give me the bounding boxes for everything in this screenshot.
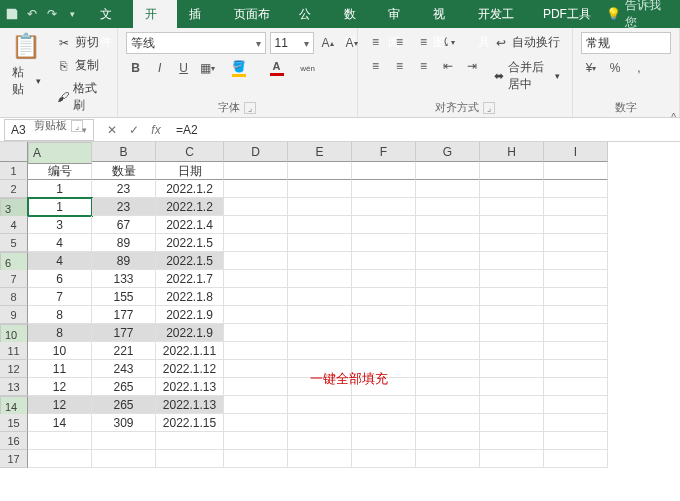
cell[interactable]: 2022.1.11 — [156, 342, 224, 360]
tab-插入[interactable]: 插入 — [177, 0, 222, 28]
row-header[interactable]: 2 — [0, 180, 28, 198]
cell[interactable]: 155 — [92, 288, 156, 306]
cell[interactable] — [416, 234, 480, 252]
cell[interactable] — [544, 216, 608, 234]
cell[interactable]: 133 — [92, 270, 156, 288]
cell[interactable] — [480, 234, 544, 252]
cell[interactable]: 2022.1.9 — [156, 306, 224, 324]
row-header[interactable]: 13 — [0, 378, 28, 396]
percent-button[interactable]: % — [605, 58, 625, 78]
font-name-select[interactable]: 等线▾ — [126, 32, 266, 54]
cell[interactable] — [416, 270, 480, 288]
cell[interactable]: 2022.1.9 — [156, 324, 224, 342]
cell[interactable] — [416, 324, 480, 342]
row-header[interactable]: 8 — [0, 288, 28, 306]
underline-button[interactable]: U — [174, 58, 194, 78]
cell[interactable]: 12 — [28, 378, 92, 396]
cell[interactable] — [480, 198, 544, 216]
cell[interactable]: 89 — [92, 234, 156, 252]
col-header-A[interactable]: A — [28, 142, 92, 164]
cell[interactable]: 309 — [92, 414, 156, 432]
qat-dropdown-icon[interactable]: ▾ — [64, 6, 80, 22]
col-header-E[interactable]: E — [288, 142, 352, 162]
font-size-select[interactable]: 11▾ — [270, 32, 314, 54]
cell[interactable] — [288, 396, 352, 414]
cell[interactable] — [544, 324, 608, 342]
border-button[interactable]: ▦▾ — [198, 58, 218, 78]
cell[interactable] — [224, 342, 288, 360]
row-header[interactable]: 17 — [0, 450, 28, 468]
enter-formula-button[interactable]: ✓ — [124, 120, 144, 140]
cell[interactable] — [480, 162, 544, 180]
cell[interactable]: 2022.1.15 — [156, 414, 224, 432]
cell[interactable]: 2022.1.5 — [156, 252, 224, 270]
cell[interactable] — [544, 378, 608, 396]
cell[interactable] — [28, 450, 92, 468]
format-painter-button[interactable]: 🖌格式刷 — [53, 78, 109, 116]
cell[interactable] — [480, 216, 544, 234]
cell[interactable] — [480, 414, 544, 432]
cell[interactable] — [416, 450, 480, 468]
cell[interactable] — [288, 450, 352, 468]
fill-color-button[interactable]: 🪣 — [222, 58, 256, 78]
cell[interactable]: 89 — [92, 252, 156, 270]
cell[interactable] — [352, 162, 416, 180]
tab-公式[interactable]: 公式 — [287, 0, 332, 28]
cell[interactable]: 7 — [28, 288, 92, 306]
col-header-I[interactable]: I — [544, 142, 608, 162]
cell[interactable] — [544, 414, 608, 432]
save-icon[interactable] — [4, 6, 20, 22]
cell[interactable] — [544, 342, 608, 360]
cell[interactable] — [416, 396, 480, 414]
cell[interactable]: 6 — [28, 270, 92, 288]
grow-font-button[interactable]: A▴ — [318, 33, 338, 53]
align-top-button[interactable]: ≡ — [366, 32, 386, 52]
cell[interactable] — [480, 306, 544, 324]
cell[interactable] — [224, 216, 288, 234]
cell[interactable] — [352, 288, 416, 306]
row-header[interactable]: 9 — [0, 306, 28, 324]
tab-数据[interactable]: 数据 — [332, 0, 377, 28]
cell[interactable] — [544, 306, 608, 324]
indent-decrease-button[interactable]: ⇤ — [438, 56, 458, 76]
cell[interactable] — [416, 180, 480, 198]
cell[interactable] — [480, 432, 544, 450]
cell[interactable] — [288, 162, 352, 180]
cell[interactable] — [352, 198, 416, 216]
col-header-H[interactable]: H — [480, 142, 544, 162]
cell[interactable] — [544, 288, 608, 306]
cell[interactable]: 8 — [28, 324, 92, 342]
cell[interactable] — [224, 432, 288, 450]
cell[interactable]: 2022.1.13 — [156, 378, 224, 396]
cell[interactable] — [28, 432, 92, 450]
cell[interactable] — [288, 198, 352, 216]
cell[interactable] — [480, 270, 544, 288]
cell[interactable] — [288, 180, 352, 198]
col-header-F[interactable]: F — [352, 142, 416, 162]
cell[interactable] — [288, 324, 352, 342]
tab-开始[interactable]: 开始 — [133, 0, 178, 28]
cell[interactable]: 2022.1.2 — [156, 198, 224, 216]
cell[interactable] — [416, 162, 480, 180]
cell[interactable] — [480, 360, 544, 378]
select-all-corner[interactable] — [0, 142, 28, 162]
cell[interactable] — [224, 288, 288, 306]
cell[interactable] — [224, 396, 288, 414]
cell[interactable]: 2022.1.8 — [156, 288, 224, 306]
cell[interactable]: 14 — [28, 414, 92, 432]
cell[interactable] — [288, 252, 352, 270]
cell[interactable] — [480, 252, 544, 270]
cell[interactable] — [480, 450, 544, 468]
cell[interactable]: 2022.1.13 — [156, 396, 224, 414]
cell[interactable]: 177 — [92, 324, 156, 342]
cell[interactable] — [352, 252, 416, 270]
cell[interactable] — [288, 342, 352, 360]
cell[interactable]: 3 — [28, 216, 92, 234]
cell[interactable]: 11 — [28, 360, 92, 378]
cell[interactable] — [544, 162, 608, 180]
cut-button[interactable]: ✂剪切 — [53, 32, 109, 53]
cell[interactable] — [352, 396, 416, 414]
row-header[interactable]: 5 — [0, 234, 28, 252]
font-launcher[interactable]: ⌟ — [244, 102, 256, 114]
cell[interactable] — [288, 306, 352, 324]
